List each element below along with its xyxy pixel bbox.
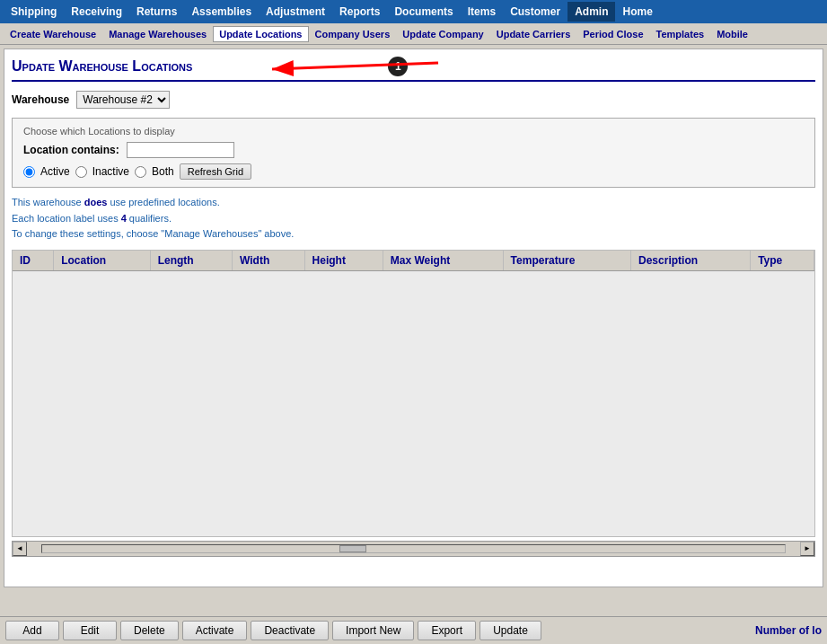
export-button[interactable]: Export: [418, 621, 476, 627]
radio-both-label: Both: [152, 165, 174, 178]
nav-assemblies[interactable]: Assemblies: [184, 2, 259, 22]
subnav-templates[interactable]: Templates: [650, 26, 711, 42]
col-temperature: Temperature: [503, 251, 630, 271]
info-line3: To change these settings, choose "Manage…: [12, 226, 815, 243]
subnav-company-users[interactable]: Company Users: [309, 26, 397, 42]
info-line2: Each location label uses 4 qualifiers.: [12, 211, 815, 227]
svg-line-1: [272, 63, 438, 69]
info-does-bold: does: [84, 197, 108, 207]
subnav-period-close[interactable]: Period Close: [576, 26, 649, 42]
subnav-update-company[interactable]: Update Company: [396, 26, 489, 42]
col-id: ID: [13, 251, 54, 271]
nav-items[interactable]: Items: [461, 2, 503, 22]
warehouse-select[interactable]: Warehouse #1Warehouse #2Warehouse #3: [76, 91, 170, 109]
main-content: Update Warehouse Locations 1 Warehouse W…: [4, 49, 823, 587]
scrollbar-thumb[interactable]: [339, 545, 366, 552]
update-button[interactable]: Update: [479, 621, 541, 627]
col-height: Height: [304, 251, 383, 271]
col-description: Description: [631, 251, 751, 271]
nav-documents[interactable]: Documents: [387, 2, 460, 22]
nav-adjustment[interactable]: Adjustment: [259, 2, 332, 22]
radio-inactive[interactable]: [75, 166, 87, 178]
horizontal-scrollbar[interactable]: ◄ ►: [12, 541, 815, 557]
radio-active-label: Active: [40, 165, 70, 178]
nav-returns[interactable]: Returns: [129, 2, 184, 22]
radio-inactive-label: Inactive: [92, 165, 129, 178]
col-length: Length: [150, 251, 232, 271]
filter-group-label: Choose which Locations to display: [23, 126, 804, 137]
activate-button[interactable]: Activate: [182, 621, 248, 627]
info-4-bold: 4: [121, 213, 127, 224]
arrow-annotation: [263, 49, 443, 85]
nav-admin[interactable]: Admin: [567, 2, 615, 22]
subnav-manage-warehouses[interactable]: Manage Warehouses: [102, 26, 213, 42]
scrollbar-track[interactable]: [41, 544, 786, 553]
import-new-button[interactable]: Import New: [332, 621, 414, 627]
delete-button[interactable]: Delete: [120, 621, 179, 627]
info-line1: This warehouse does use predefined locat…: [12, 195, 815, 211]
number-of-label: Number of lo: [755, 624, 822, 627]
col-width: Width: [233, 251, 305, 271]
top-navigation: Shipping Receiving Returns Assemblies Ad…: [0, 0, 827, 23]
scroll-left-button[interactable]: ◄: [13, 542, 27, 556]
warehouse-selector-row: Warehouse Warehouse #1Warehouse #2Wareho…: [12, 91, 815, 109]
col-type: Type: [751, 251, 814, 271]
nav-home[interactable]: Home: [615, 2, 659, 22]
bottom-button-bar: Add Edit Delete Activate Deactivate Impo…: [0, 616, 827, 627]
deactivate-button[interactable]: Deactivate: [251, 621, 329, 627]
col-location: Location: [54, 251, 150, 271]
add-button[interactable]: Add: [5, 621, 59, 627]
col-max-weight: Max Weight: [383, 251, 503, 271]
warehouse-label: Warehouse: [12, 93, 69, 106]
nav-reports[interactable]: Reports: [332, 2, 387, 22]
subnav-update-carriers[interactable]: Update Carriers: [490, 26, 577, 42]
subnav-create-warehouse[interactable]: Create Warehouse: [4, 26, 102, 42]
radio-both[interactable]: [135, 166, 146, 178]
location-contains-input[interactable]: [127, 142, 234, 158]
subnav-mobile[interactable]: Mobile: [710, 26, 754, 42]
data-table-container[interactable]: ID Location Length Width Height Max Weig…: [12, 250, 815, 537]
info-text: This warehouse does use predefined locat…: [12, 195, 815, 243]
data-table: ID Location Length Width Height Max Weig…: [13, 251, 814, 271]
subnav-update-locations[interactable]: Update Locations: [213, 26, 308, 42]
radio-active[interactable]: [23, 166, 35, 178]
filter-box: Choose which Locations to display Locati…: [12, 118, 815, 188]
location-contains-label: Location contains:: [23, 144, 119, 156]
nav-shipping[interactable]: Shipping: [4, 2, 64, 22]
page-title: Update Warehouse Locations 1: [12, 57, 815, 82]
radio-row: Active Inactive Both Refresh Grid: [23, 163, 804, 180]
sub-navigation: Create Warehouse Manage Warehouses Updat…: [0, 23, 827, 45]
edit-button[interactable]: Edit: [63, 621, 117, 627]
scroll-right-button[interactable]: ►: [800, 542, 814, 556]
nav-receiving[interactable]: Receiving: [64, 2, 129, 22]
filter-location-row: Location contains:: [23, 142, 804, 158]
refresh-grid-button[interactable]: Refresh Grid: [180, 163, 251, 180]
nav-customer[interactable]: Customer: [503, 2, 567, 22]
